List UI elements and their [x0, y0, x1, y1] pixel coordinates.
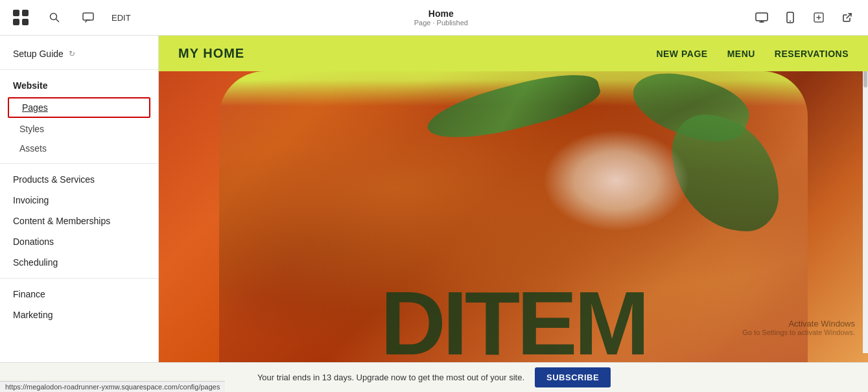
sidebar-item-marketing[interactable]: Marketing: [0, 305, 158, 325]
preview-area: MY HOME NEW PAGE MENU RESERVATIONS: [159, 36, 868, 362]
squarespace-logo[interactable]: [10, 7, 31, 28]
subscribe-button[interactable]: SUBSCRIBE: [535, 367, 611, 387]
svg-rect-0: [13, 10, 19, 16]
activation-watermark: Activate Windows Go to Settings to activ…: [742, 319, 855, 336]
sidebar-item-setup-guide[interactable]: Setup Guide ↻: [0, 43, 158, 64]
sidebar-item-website: Website: [0, 75, 158, 96]
sidebar-divider-2: [0, 163, 158, 164]
sidebar-inner: Setup Guide ↻ Website Pages Styles Asset…: [0, 36, 158, 333]
svg-rect-1: [22, 10, 29, 16]
sidebar: Setup Guide ↻ Website Pages Styles Asset…: [0, 36, 159, 362]
top-bar: EDIT Home Page · Published: [0, 0, 868, 36]
edit-tool-button[interactable]: [808, 7, 829, 28]
search-button[interactable]: [44, 7, 65, 28]
svg-line-5: [56, 19, 59, 22]
comment-button[interactable]: [78, 7, 99, 28]
sidebar-item-scheduling[interactable]: Scheduling: [0, 252, 158, 273]
preview-nav-link-reservations[interactable]: RESERVATIONS: [775, 49, 849, 59]
sidebar-divider-1: [0, 69, 158, 70]
sidebar-item-content-memberships[interactable]: Content & Memberships: [0, 211, 158, 231]
white-sauce: [543, 130, 690, 231]
preview-nav-link-menu[interactable]: MENU: [727, 49, 755, 59]
scrollbar-track: [863, 36, 868, 353]
preview-nav: MY HOME NEW PAGE MENU RESERVATIONS: [159, 36, 868, 71]
preview-nav-link-newpage[interactable]: NEW PAGE: [656, 49, 707, 59]
food-rounded-container: [219, 71, 808, 362]
svg-rect-6: [83, 13, 93, 20]
activation-line1: Activate Windows: [742, 319, 855, 329]
sidebar-item-pages[interactable]: Pages: [8, 97, 150, 118]
top-bar-right: [751, 7, 858, 28]
sidebar-item-products-services[interactable]: Products & Services: [0, 169, 158, 190]
preview-nav-links: NEW PAGE MENU RESERVATIONS: [656, 49, 849, 59]
url-bar: https://megalodon-roadrunner-yxmw.square…: [0, 381, 225, 392]
setup-guide-icon: ↻: [69, 49, 75, 58]
top-bar-center: Home Page · Published: [414, 8, 468, 27]
svg-rect-2: [13, 19, 19, 25]
page-title: Home: [414, 8, 468, 19]
svg-rect-3: [22, 19, 29, 25]
edit-label: EDIT: [111, 13, 131, 23]
svg-line-15: [847, 14, 851, 18]
setup-guide-label: Setup Guide: [13, 49, 64, 59]
svg-point-11: [790, 21, 791, 22]
page-subtitle: Page · Published: [414, 19, 468, 27]
sidebar-item-styles[interactable]: Styles: [0, 119, 158, 139]
sidebar-item-finance[interactable]: Finance: [0, 284, 158, 305]
preview-content: MY HOME NEW PAGE MENU RESERVATIONS: [159, 36, 868, 362]
main-layout: Setup Guide ↻ Website Pages Styles Asset…: [0, 36, 868, 362]
top-bar-left: EDIT: [10, 7, 131, 28]
activation-line2: Go to Settings to activate Windows.: [742, 329, 855, 336]
preview-food-area: DITEM Activate Windows Go to Settings to…: [159, 71, 868, 362]
external-link-button[interactable]: [837, 7, 858, 28]
trial-text: Your trial ends in 13 days. Upgrade now …: [257, 373, 524, 382]
sidebar-item-donations[interactable]: Donations: [0, 231, 158, 252]
desktop-view-button[interactable]: [751, 7, 772, 28]
sidebar-item-assets[interactable]: Assets: [0, 139, 158, 158]
svg-rect-7: [756, 13, 768, 21]
mobile-view-button[interactable]: [780, 7, 801, 28]
sidebar-divider-3: [0, 278, 158, 279]
sidebar-item-invoicing[interactable]: Invoicing: [0, 190, 158, 211]
preview-nav-logo: MY HOME: [178, 46, 244, 61]
